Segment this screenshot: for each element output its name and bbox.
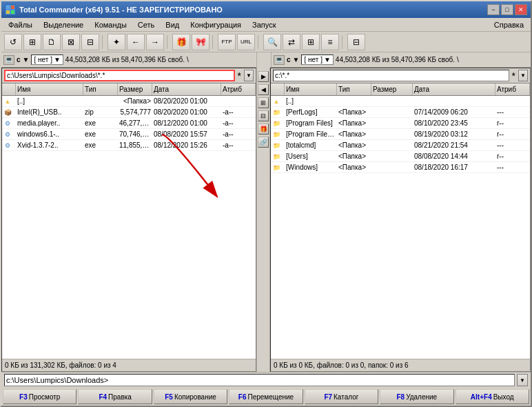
- function-buttons: F3 ПросмотрF4 ПравкаF5 КопированиеF6 Пер…: [1, 388, 531, 406]
- left-file-row[interactable]: ▲ [..] <Папка> 08/20/2020 01:00: [2, 96, 256, 107]
- close-button[interactable]: ✕: [515, 4, 527, 15]
- left-file-row[interactable]: ⚙ Xvid-1.3.7-2.. exe 11,855,320 08/12/20…: [2, 140, 256, 151]
- menu-launch[interactable]: Запуск: [248, 20, 280, 30]
- menu-selection[interactable]: Выделение: [39, 20, 88, 30]
- right-file-row[interactable]: ▲ [..]: [271, 96, 530, 107]
- tb-btn2[interactable]: ⊞: [23, 34, 41, 50]
- file-type: <Папка>: [337, 119, 371, 127]
- left-drive-bar: 💻 c ▼ [ нет ] ▼ 44,503,208 КБ из 58,470,…: [1, 52, 256, 68]
- tb-btn18[interactable]: ⊟: [347, 34, 365, 50]
- right-file-row[interactable]: 📁 [totalcmd] <Папка> 08/21/2020 21:54 --…: [271, 140, 530, 151]
- file-size: 46,277,272: [118, 119, 152, 127]
- file-attr: -a--: [221, 108, 256, 116]
- left-col-name[interactable]: Имя: [16, 83, 83, 95]
- command-input[interactable]: [4, 374, 515, 386]
- left-star-button[interactable]: *: [236, 70, 243, 81]
- right-star-button[interactable]: *: [511, 70, 517, 81]
- left-file-panel: * ▼ Имя Тип Размер Дата Атриб ▲ [..] <Па…: [1, 68, 256, 372]
- func-button-f4[interactable]: F4 Правка: [78, 389, 152, 404]
- right-drive-icon[interactable]: 💻: [274, 55, 285, 65]
- tb-btn17[interactable]: ≡: [321, 34, 339, 50]
- menu-commands[interactable]: Команды: [90, 20, 131, 30]
- tb-btn4[interactable]: ⊠: [62, 34, 80, 50]
- left-col-attr[interactable]: Атриб: [221, 83, 256, 95]
- file-icon: ⚙: [2, 141, 13, 150]
- file-type: exe: [83, 130, 118, 138]
- right-file-row[interactable]: 📁 [PerfLogs] <Папка> 07/14/2009 06:20 --…: [271, 107, 530, 118]
- right-col-size[interactable]: Размер: [371, 83, 413, 95]
- maximize-button[interactable]: □: [501, 4, 513, 15]
- app-icon: [5, 4, 16, 15]
- file-name: Intel(R)_USB..: [16, 108, 83, 116]
- func-button-f5[interactable]: F5 Копирование: [154, 389, 227, 404]
- divider-copy-btn[interactable]: ▶: [258, 71, 269, 82]
- left-col-icon[interactable]: [2, 83, 16, 95]
- right-col-icon[interactable]: [271, 83, 285, 95]
- divider-btn5[interactable]: 🎁: [258, 123, 269, 135]
- minimize-button[interactable]: −: [487, 4, 500, 15]
- menu-files[interactable]: Файлы: [4, 20, 37, 30]
- left-file-row[interactable]: 📦 Intel(R)_USB.. zip 5,574,777 08/20/202…: [2, 107, 256, 118]
- divider-btn6[interactable]: 🔗: [258, 137, 269, 148]
- cmd-dropdown[interactable]: ▼: [517, 374, 528, 386]
- divider-btn3[interactable]: ⊞: [258, 97, 269, 108]
- tb-search[interactable]: 🔍: [263, 34, 281, 50]
- divider-btn4[interactable]: ⊟: [258, 110, 269, 121]
- tb-btn6[interactable]: ✦: [108, 34, 125, 50]
- left-table-header: Имя Тип Размер Дата Атриб: [2, 83, 256, 96]
- svg-rect-2: [6, 10, 10, 14]
- right-file-row[interactable]: 📁 [Program Files (x86)] <Папка> 08/19/20…: [271, 129, 530, 140]
- func-button-altf4[interactable]: Alt+F4 Выход: [456, 389, 529, 404]
- file-name: [totalcmd]: [285, 141, 337, 149]
- func-button-f8[interactable]: F8 Удаление: [380, 389, 453, 404]
- right-file-row[interactable]: 📁 [Users] <Папка> 08/08/2020 14:44 r--: [271, 151, 530, 162]
- right-net-dropdown[interactable]: [ нет ] ▼: [301, 54, 333, 65]
- left-col-size[interactable]: Размер: [118, 83, 152, 95]
- right-file-row[interactable]: 📁 [Windows] <Папка> 08/18/2020 16:17 ---: [271, 162, 530, 173]
- file-name: [PerfLogs]: [285, 108, 337, 116]
- file-icon: ▲: [2, 97, 13, 106]
- tb-forward[interactable]: →: [146, 34, 164, 50]
- divider-copy-left-btn[interactable]: ◀: [258, 84, 269, 95]
- menu-view[interactable]: Вид: [161, 20, 183, 30]
- right-drive-letter[interactable]: c: [287, 56, 291, 63]
- right-col-date[interactable]: Дата: [413, 83, 495, 95]
- tb-btn5[interactable]: ⊟: [81, 34, 99, 50]
- right-col-type[interactable]: Тип: [337, 83, 371, 95]
- right-col-attr[interactable]: Атриб: [495, 83, 530, 95]
- file-attr: ---: [495, 163, 530, 171]
- file-size: 70,746,408: [118, 130, 152, 138]
- file-size: 5,574,777: [118, 108, 152, 116]
- left-drive-letter[interactable]: c: [17, 56, 21, 63]
- func-button-f3[interactable]: F3 Просмотр: [3, 389, 76, 404]
- left-net-dropdown[interactable]: [ нет ] ▼: [31, 54, 63, 65]
- file-attr: -a--: [221, 119, 256, 127]
- tb-btn16[interactable]: ⊞: [302, 34, 320, 50]
- tb-refresh[interactable]: ↺: [4, 34, 22, 50]
- file-date: 08/20/2020 01:00: [152, 97, 221, 105]
- func-button-f6[interactable]: F6 Перемещение: [229, 389, 303, 404]
- func-button-f7[interactable]: F7 Каталог: [305, 389, 378, 404]
- right-col-name[interactable]: Имя: [285, 83, 337, 95]
- left-col-type[interactable]: Тип: [83, 83, 118, 95]
- right-addr-dropdown[interactable]: ▼: [518, 70, 528, 81]
- file-icon: 📦: [2, 108, 13, 117]
- tb-ftp[interactable]: FTP: [218, 34, 236, 50]
- tb-btn3[interactable]: 🗋: [43, 34, 61, 50]
- menu-network[interactable]: Сеть: [134, 20, 158, 30]
- left-drive-icon[interactable]: 💻: [3, 55, 14, 65]
- left-file-row[interactable]: ⚙ windows6.1-.. exe 70,746,408 08/08/202…: [2, 129, 256, 140]
- menu-config[interactable]: Конфигурация: [186, 20, 245, 30]
- right-address-input[interactable]: [273, 70, 509, 81]
- tb-btn9[interactable]: 🎁: [172, 34, 190, 50]
- tb-btn10[interactable]: 🎀: [192, 34, 209, 50]
- menu-help[interactable]: Справка: [490, 20, 528, 30]
- right-file-row[interactable]: 📁 [Program Files] <Папка> 08/10/2020 23:…: [271, 118, 530, 129]
- tb-url[interactable]: URL: [237, 34, 255, 50]
- left-address-input[interactable]: [4, 70, 235, 81]
- left-addr-dropdown[interactable]: ▼: [244, 70, 254, 81]
- left-col-date[interactable]: Дата: [152, 83, 221, 95]
- tb-back[interactable]: ←: [127, 34, 145, 50]
- left-file-row[interactable]: ⚙ media.player.. exe 46,277,272 08/12/20…: [2, 118, 256, 129]
- tb-sync[interactable]: ⇄: [283, 34, 300, 50]
